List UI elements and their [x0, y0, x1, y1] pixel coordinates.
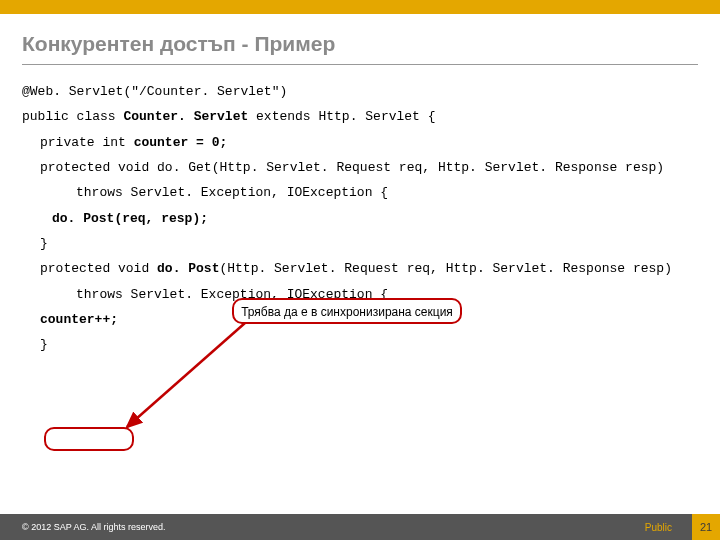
code-text: extends — [256, 109, 318, 124]
footer-bar: © 2012 SAP AG. All rights reserved. Publ… — [0, 514, 720, 540]
code-text: (Http. Servlet. Request req, Http. Servl… — [219, 261, 671, 276]
footer-label: Public — [645, 522, 672, 533]
annotation-callout: Трябва да е в синхронизирана секция — [232, 298, 462, 324]
code-line: throws Servlet. Exception, IOException { — [22, 180, 698, 205]
code-text: } — [40, 337, 48, 352]
code-text-bold: Counter. Servlet — [123, 109, 256, 124]
code-text: private int — [40, 135, 134, 150]
code-text: public class — [22, 109, 123, 124]
code-text: protected void — [40, 261, 157, 276]
slide-title: Конкурентен достъп - Пример — [22, 32, 720, 56]
code-text: Servlet. Exception, IOException { — [131, 185, 388, 200]
highlight-rect — [44, 427, 134, 451]
footer-copyright: © 2012 SAP AG. All rights reserved. — [22, 522, 645, 532]
code-text: protected void — [40, 160, 157, 175]
code-text: @Web. Servlet("/Counter. Servlet") — [22, 84, 287, 99]
code-line: @Web. Servlet("/Counter. Servlet") — [22, 79, 698, 104]
code-text-bold: do. Post(req, resp); — [52, 211, 208, 226]
code-text-bold: counter = 0; — [134, 135, 228, 150]
code-line: public class Counter. Servlet extends Ht… — [22, 104, 698, 129]
code-line: } — [22, 332, 698, 357]
code-block: @Web. Servlet("/Counter. Servlet") publi… — [22, 79, 698, 358]
code-text: throws — [76, 287, 131, 302]
code-text: do. Get(Http. Servlet. Request req, Http… — [157, 160, 664, 175]
footer-page-number: 21 — [692, 514, 720, 540]
code-line: } — [22, 231, 698, 256]
code-text: } — [40, 236, 48, 251]
code-line: do. Post(req, resp); — [22, 206, 698, 231]
code-text: throws — [76, 185, 131, 200]
code-line: private int counter = 0; — [22, 130, 698, 155]
code-text: Http. Servlet { — [318, 109, 435, 124]
code-line: protected void do. Post(Http. Servlet. R… — [22, 256, 698, 281]
title-divider — [22, 64, 698, 65]
top-accent-bar — [0, 0, 720, 14]
code-text-bold: do. Post — [157, 261, 219, 276]
code-text-bold: counter++; — [40, 312, 118, 327]
code-line: protected void do. Get(Http. Servlet. Re… — [22, 155, 698, 180]
callout-text: Трябва да е в синхронизирана секция — [241, 305, 453, 319]
